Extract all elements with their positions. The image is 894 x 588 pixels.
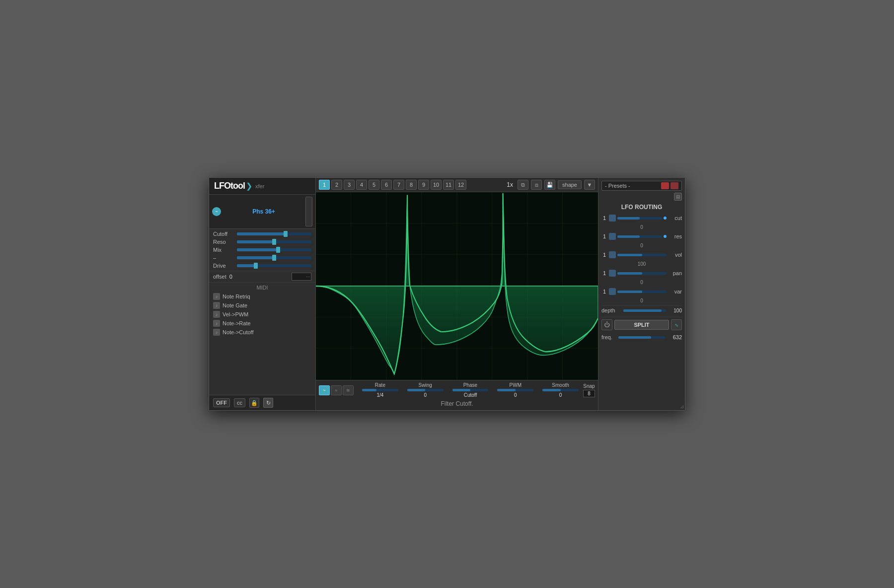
knob-row-reso[interactable]: Reso xyxy=(213,239,311,245)
waveform-area[interactable] xyxy=(316,192,598,380)
preset-scroll[interactable] xyxy=(305,197,312,226)
routing-slider-pan[interactable] xyxy=(617,272,667,275)
routing-slider-res[interactable] xyxy=(617,235,662,238)
drive-slider[interactable] xyxy=(237,264,311,267)
depth-slider[interactable] xyxy=(623,309,666,312)
offset-graph[interactable]: ⋯ xyxy=(292,273,311,281)
mode-btn-2[interactable]: ≈ xyxy=(331,385,342,395)
tab-3[interactable]: 3 xyxy=(344,180,355,190)
cutoff-slider[interactable] xyxy=(237,232,311,235)
tab-12[interactable]: 12 xyxy=(455,180,466,190)
off-button[interactable]: OFF xyxy=(213,398,230,407)
mode-btn-3[interactable]: ≋ xyxy=(343,385,354,395)
ctrl-pwm: PWM 0 xyxy=(493,382,538,398)
split-button[interactable]: SPLIT xyxy=(614,320,669,330)
knob-row-drive[interactable]: Drive xyxy=(213,263,311,269)
midi-item-2[interactable]: ♪ Vel->PWM xyxy=(213,310,311,319)
routing-icon-vol[interactable] xyxy=(609,251,616,258)
plugin-window: LFOtool ❯ xfer ~ Phs 36+ Cutoff Reso xyxy=(209,177,685,411)
routing-num-cut: 1 xyxy=(601,215,607,221)
knob-row-mix[interactable]: Mix xyxy=(213,247,311,253)
tab-10[interactable]: 10 xyxy=(431,180,442,190)
dash-slider[interactable] xyxy=(237,256,311,259)
preset-bar[interactable]: ~ Phs 36+ xyxy=(209,195,315,229)
routing-slider-vol[interactable] xyxy=(617,254,667,256)
tab-8[interactable]: 8 xyxy=(406,180,417,190)
rate-display: 1x xyxy=(505,181,515,188)
tab-6[interactable]: 6 xyxy=(381,180,392,190)
snap-label: Snap xyxy=(583,383,595,389)
rate-label: Rate xyxy=(375,382,385,388)
tab-4[interactable]: 4 xyxy=(356,180,367,190)
tabs-bar: 1 2 3 4 5 6 7 8 9 10 11 12 1x ⧉ ⧈ 💾 shap… xyxy=(316,178,598,192)
paste-icon[interactable]: ⧈ xyxy=(531,180,542,190)
routing-num-res: 1 xyxy=(601,233,607,239)
knob-row-cutoff[interactable]: Cutoff xyxy=(213,231,311,237)
tab-5[interactable]: 5 xyxy=(369,180,379,190)
reso-label: Reso xyxy=(213,239,234,245)
wave-icon[interactable]: ∿ xyxy=(671,319,682,330)
rate-value: 1/4 xyxy=(376,392,383,398)
cc-button[interactable]: cc xyxy=(234,398,245,407)
tab-2[interactable]: 2 xyxy=(331,180,342,190)
routing-row-res: 1 res xyxy=(601,232,682,241)
depth-label: depth xyxy=(601,307,621,313)
routing-slider-cut[interactable] xyxy=(617,217,662,220)
midi-item-0[interactable]: ♪ Note Retriq xyxy=(213,292,311,301)
offset-row: offset 0 ⋯ xyxy=(209,271,315,283)
power-button[interactable]: ⏻ xyxy=(601,319,612,330)
logo-arrow: ❯ xyxy=(246,181,252,191)
swing-slider[interactable] xyxy=(407,389,444,391)
offset-value: 0 xyxy=(229,274,232,280)
mix-slider[interactable] xyxy=(237,248,311,251)
smooth-value: 0 xyxy=(559,392,562,398)
right-small-icon[interactable]: ▤ xyxy=(674,193,682,201)
bottom-bar: OFF cc 🔒 ↻ xyxy=(209,395,315,410)
midi-item-4[interactable]: ♪ Note->Cutoff xyxy=(213,328,311,337)
preset-red-button[interactable] xyxy=(661,182,669,189)
routing-num-var: 1 xyxy=(601,289,607,294)
snap-value[interactable]: 8 xyxy=(583,390,595,397)
presets-bar[interactable]: - Presets - xyxy=(601,181,682,191)
right-icon-row: ▤ xyxy=(601,193,682,201)
shape-button[interactable]: shape xyxy=(558,180,582,189)
routing-icon-cut[interactable] xyxy=(609,215,616,221)
drive-label: Drive xyxy=(213,263,234,269)
refresh-icon[interactable]: ↻ xyxy=(263,398,273,408)
controls-top-row: ~ ≈ ≋ Rate 1/4 Swing 0 xyxy=(319,382,595,398)
pwm-slider[interactable] xyxy=(497,389,533,391)
tab-7[interactable]: 7 xyxy=(393,180,404,190)
freq-slider[interactable] xyxy=(618,336,665,339)
lock-icon[interactable]: 🔒 xyxy=(249,398,259,408)
routing-icon-var[interactable] xyxy=(609,288,616,295)
knob-row-dash[interactable]: – xyxy=(213,255,311,261)
ctrl-swing: Swing 0 xyxy=(403,382,448,398)
tab-11[interactable]: 11 xyxy=(443,180,454,190)
tab-1[interactable]: 1 xyxy=(319,180,330,190)
menu-icon[interactable]: ▼ xyxy=(584,180,595,190)
save-icon[interactable]: 💾 xyxy=(544,180,555,190)
routing-row-pan: 1 pan xyxy=(601,269,682,278)
ctrl-phase: Phase Cutoff xyxy=(448,382,493,398)
knob-section: Cutoff Reso Mix xyxy=(209,229,315,271)
midi-text-2: Vel->PWM xyxy=(223,311,248,317)
routing-slider-var[interactable] xyxy=(617,291,667,293)
mode-btn-1[interactable]: ~ xyxy=(319,385,330,395)
reso-slider[interactable] xyxy=(237,240,311,243)
preset-dark-button[interactable] xyxy=(670,182,678,189)
smooth-slider[interactable] xyxy=(542,389,579,391)
tab-9[interactable]: 9 xyxy=(418,180,429,190)
midi-text-3: Note->Rate xyxy=(223,320,251,326)
routing-icon-pan[interactable] xyxy=(609,270,616,277)
copy-icon[interactable]: ⧉ xyxy=(518,180,528,190)
dash-label: – xyxy=(213,255,234,261)
routing-val-cut: 0 xyxy=(601,224,682,230)
midi-item-3[interactable]: ♪ Note->Rate xyxy=(213,319,311,328)
phase-slider[interactable] xyxy=(452,389,489,391)
preset-name: Phs 36+ xyxy=(224,208,303,215)
resize-corner[interactable]: ⊿ xyxy=(680,404,684,409)
routing-icon-res[interactable] xyxy=(609,233,616,240)
swing-value: 0 xyxy=(424,392,427,398)
rate-slider[interactable] xyxy=(362,389,398,391)
midi-item-1[interactable]: ♪ Note Gate xyxy=(213,301,311,310)
